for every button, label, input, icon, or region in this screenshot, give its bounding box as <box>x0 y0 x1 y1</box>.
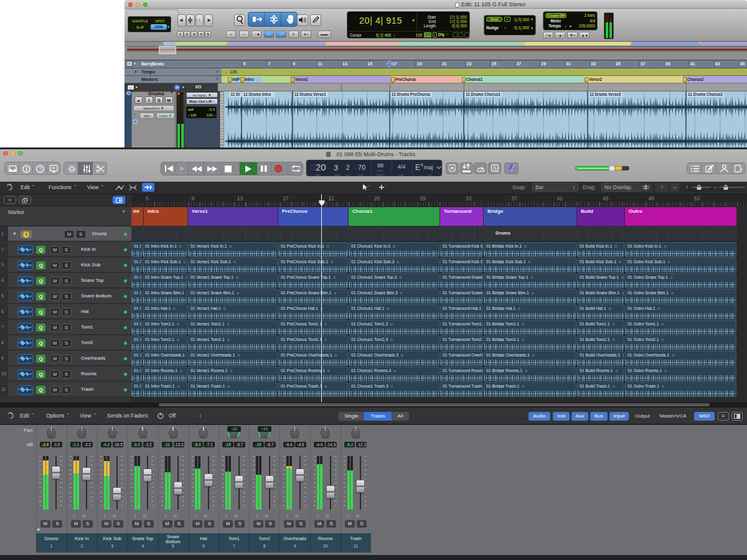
svg-text:♪: ♪ <box>740 166 743 172</box>
svg-text:?: ? <box>39 166 42 172</box>
svg-text:S: S <box>493 165 497 171</box>
